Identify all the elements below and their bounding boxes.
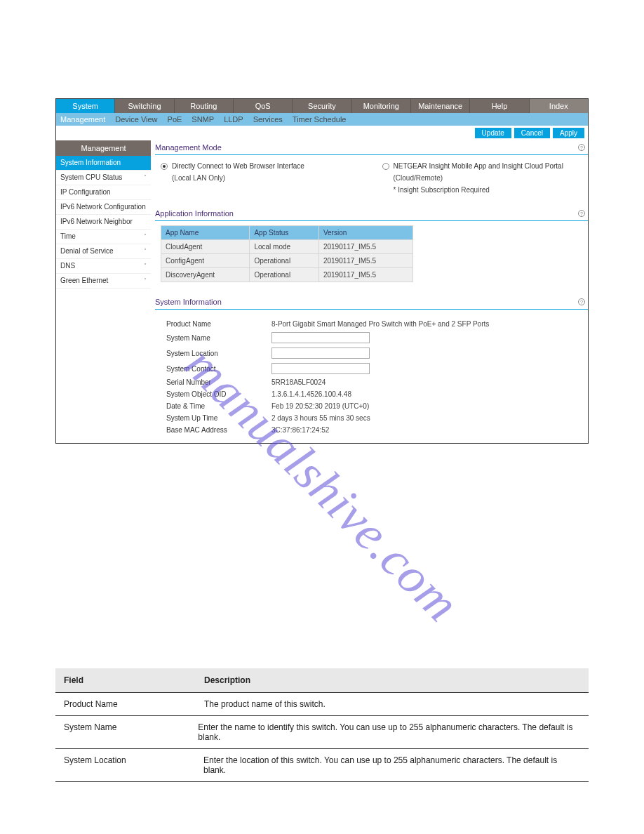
- cancel-button[interactable]: Cancel: [514, 128, 550, 138]
- doc-cell: The product name of this switch.: [204, 699, 326, 709]
- doc-cell: System Name: [64, 722, 198, 742]
- sidebar-item-label: Time: [60, 232, 76, 241]
- cell: 20190117_IM5.5: [318, 254, 412, 268]
- cell: 20190117_IM5.5: [318, 240, 412, 254]
- col-app-name: App Name: [161, 226, 250, 240]
- subtab-services[interactable]: Services: [253, 115, 283, 124]
- label-system-contact: System Contact: [166, 365, 271, 373]
- radio-cloud-mode[interactable]: [382, 163, 389, 170]
- sidebar-item-label: Green Ethernet: [60, 277, 108, 285]
- secondary-tabs: Management Device View PoE SNMP LLDP Ser…: [56, 113, 588, 126]
- subtab-lldp[interactable]: LLDP: [224, 115, 243, 124]
- label-mac: Base MAC Address: [166, 426, 271, 434]
- tab-index[interactable]: Index: [530, 99, 588, 113]
- cell: DiscoveryAgent: [161, 268, 250, 282]
- doc-cell: System Location: [64, 755, 203, 775]
- primary-tabs: System Switching Routing QoS Security Mo…: [56, 99, 588, 113]
- subtab-device-view[interactable]: Device View: [115, 115, 157, 124]
- sidebar-item-dns[interactable]: DNS ˅: [56, 259, 151, 274]
- chevron-down-icon: ˅: [144, 233, 147, 240]
- tab-switching[interactable]: Switching: [115, 99, 174, 113]
- section-title-label: Management Mode: [155, 143, 222, 152]
- sidebar-item-label: IP Configuration: [60, 188, 111, 197]
- radio-local-mode[interactable]: [161, 163, 168, 170]
- tab-routing[interactable]: Routing: [175, 99, 234, 113]
- sidebar-item-label: System Information: [60, 159, 121, 167]
- tab-maintenance[interactable]: Maintenance: [411, 99, 470, 113]
- doc-head-field: Field: [64, 675, 204, 685]
- value-uptime: 2 days 3 hours 55 mins 30 secs: [271, 414, 370, 422]
- input-system-name[interactable]: [271, 332, 370, 343]
- doc-row: System Name Enter the name to identify t…: [55, 716, 589, 749]
- help-icon[interactable]: ?: [578, 144, 585, 151]
- help-icon[interactable]: ?: [578, 298, 585, 305]
- doc-field-table: Field Description Product Name The produ…: [55, 668, 589, 782]
- section-application-information: Application Information ?: [155, 206, 588, 221]
- sidebar-item-denial-of-service[interactable]: Denial of Service ˅: [56, 244, 151, 259]
- subtab-snmp[interactable]: SNMP: [192, 115, 214, 124]
- cell: Operational: [250, 254, 319, 268]
- input-system-location[interactable]: [271, 348, 370, 359]
- label-system-location: System Location: [166, 350, 271, 357]
- sidebar-item-label: Denial of Service: [60, 247, 114, 256]
- update-button[interactable]: Update: [475, 128, 511, 138]
- section-system-information: System Information ?: [155, 295, 588, 310]
- doc-cell: Enter the name to identify this switch. …: [198, 722, 580, 742]
- label-date-time: Date & Time: [166, 402, 271, 410]
- help-icon[interactable]: ?: [578, 210, 585, 217]
- subtab-poe[interactable]: PoE: [168, 115, 182, 124]
- cell: 20190117_IM5.5: [318, 268, 412, 282]
- label-serial-number: Serial Number: [166, 378, 271, 386]
- sidebar-item-label: System CPU Status: [60, 173, 122, 182]
- doc-head-description: Description: [204, 675, 250, 685]
- apply-button[interactable]: Apply: [553, 128, 584, 138]
- cell: Operational: [250, 268, 319, 282]
- sidebar-item-green-ethernet[interactable]: Green Ethernet ˅: [56, 274, 151, 289]
- sidebar-item-label: IPv6 Network Neighbor: [60, 218, 133, 226]
- sidebar-item-system-cpu-status[interactable]: System CPU Status ˅: [56, 171, 151, 185]
- label-system-oid: System Object OID: [166, 390, 271, 398]
- tab-help[interactable]: Help: [470, 99, 529, 113]
- label-product-name: Product Name: [166, 320, 271, 328]
- tab-security[interactable]: Security: [293, 99, 351, 113]
- doc-row: System Location Enter the location of th…: [55, 749, 589, 782]
- sidebar-item-ipv6-network-config[interactable]: IPv6 Network Configuration: [56, 200, 151, 215]
- radio-cloud-label: NETGEAR Insight Mobile App and Insight C…: [394, 162, 563, 170]
- section-title-label: System Information: [155, 298, 222, 306]
- cell: ConfigAgent: [161, 254, 250, 268]
- label-system-name: System Name: [166, 334, 271, 342]
- doc-cell: Enter the location of this switch. You c…: [203, 755, 580, 775]
- sidebar-item-time[interactable]: Time ˅: [56, 230, 151, 244]
- radio-cloud-sub1: (Cloud/Remote): [394, 174, 583, 182]
- tab-qos[interactable]: QoS: [234, 99, 293, 113]
- sidebar-heading: Management: [56, 140, 151, 156]
- value-product-name: 8-Port Gigabit Smart Managed Pro Switch …: [271, 320, 489, 328]
- subtab-management[interactable]: Management: [60, 115, 105, 124]
- cell: CloudAgent: [161, 240, 250, 254]
- sidebar: Management System Information System CPU…: [56, 140, 151, 289]
- content-area: Management Mode ? Directly Connect to We…: [151, 140, 588, 443]
- table-row: ConfigAgent Operational 20190117_IM5.5: [161, 254, 413, 268]
- value-serial-number: 5RR18A5LF0024: [271, 378, 326, 386]
- sidebar-item-system-information[interactable]: System Information: [56, 156, 151, 171]
- tab-system[interactable]: System: [56, 99, 115, 113]
- label-uptime: System Up Time: [166, 414, 271, 422]
- table-row: DiscoveryAgent Operational 20190117_IM5.…: [161, 268, 413, 282]
- tab-monitoring[interactable]: Monitoring: [352, 99, 411, 113]
- action-bar: Update Cancel Apply: [56, 126, 588, 140]
- section-management-mode: Management Mode ?: [155, 140, 588, 155]
- sidebar-item-ip-configuration[interactable]: IP Configuration: [56, 185, 151, 200]
- section-title-label: Application Information: [155, 209, 234, 218]
- app-frame: System Switching Routing QoS Security Mo…: [55, 98, 589, 444]
- value-date-time: Feb 19 20:52:30 2019 (UTC+0): [271, 402, 369, 410]
- radio-local-label: Directly Connect to Web Browser Interfac…: [172, 162, 304, 170]
- chevron-down-icon: ˅: [144, 277, 147, 284]
- input-system-contact[interactable]: [271, 363, 370, 374]
- doc-cell: Product Name: [64, 699, 204, 709]
- value-system-oid: 1.3.6.1.4.1.4526.100.4.48: [271, 390, 351, 398]
- doc-row: Product Name The product name of this sw…: [55, 693, 589, 716]
- sidebar-item-label: IPv6 Network Configuration: [60, 203, 146, 211]
- sidebar-item-ipv6-network-neighbor[interactable]: IPv6 Network Neighbor: [56, 215, 151, 230]
- subtab-timer-schedule[interactable]: Timer Schedule: [293, 115, 347, 124]
- chevron-down-icon: ˅: [144, 263, 147, 270]
